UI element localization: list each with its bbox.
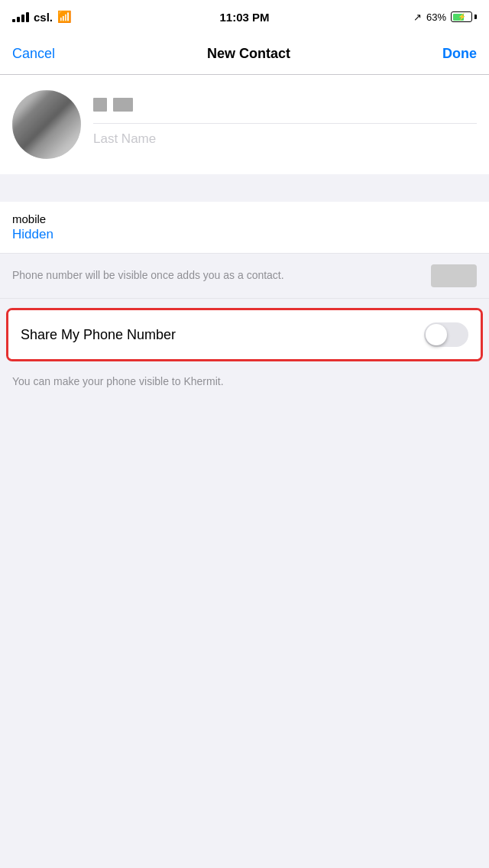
carrier-label: csl. [34,11,53,24]
status-bar-right: ↗ 63% ⚡ [413,11,477,23]
phone-section: mobile Hidden [0,202,489,254]
phone-row: mobile Hidden [0,202,489,254]
phone-info-text: Phone number will be visible once adds y… [12,268,356,283]
contact-header-section: Last Name [0,75,489,174]
status-bar: csl. 📶 11:03 PM ↗ 63% ⚡ [0,0,489,34]
share-phone-label: Share My Phone Number [21,327,176,343]
avatar[interactable] [12,90,81,159]
first-name-pixel-block2 [113,98,133,112]
last-name-field[interactable]: Last Name [93,124,477,154]
wifi-icon: 📶 [57,10,72,24]
last-name-placeholder: Last Name [93,131,156,146]
name-fields: Last Name [93,90,477,154]
signal-bars-icon [12,11,29,22]
blurred-phone-preview [431,264,477,287]
status-bar-left: csl. 📶 [12,10,72,24]
first-name-pixel-block [93,98,107,112]
cancel-button[interactable]: Cancel [12,46,55,62]
phone-info-row: Phone number will be visible once adds y… [0,254,489,299]
share-phone-number-section: Share My Phone Number [6,308,483,361]
done-button[interactable]: Done [442,46,477,62]
charging-icon: ⚡ [458,13,466,21]
battery-percent-label: 63% [426,11,446,23]
navigation-bar: Cancel New Contact Done [0,34,489,75]
first-name-row [93,93,477,124]
location-arrow-icon: ↗ [413,11,422,23]
section-separator [0,174,489,202]
battery-icon: ⚡ [451,11,477,22]
bottom-area [0,400,489,705]
phone-value: Hidden [12,227,477,242]
page-title: New Contact [207,46,290,62]
share-phone-row: Share My Phone Number [8,310,481,359]
share-phone-toggle[interactable] [424,322,468,347]
status-bar-time: 11:03 PM [219,11,269,24]
share-subtitle: You can make your phone visible to Kherm… [0,371,489,400]
toggle-knob [426,324,447,345]
avatar-image [12,90,81,159]
phone-type-label: mobile [12,212,477,225]
